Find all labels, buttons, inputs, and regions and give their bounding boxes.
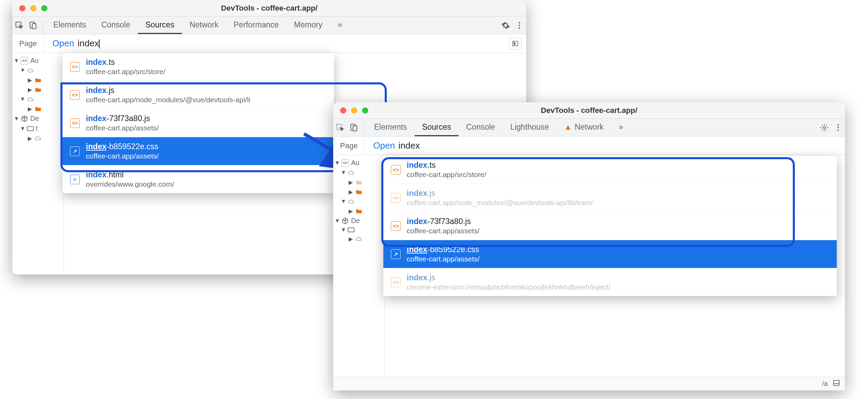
cloud-icon <box>34 134 42 142</box>
tree-label: De <box>30 115 39 122</box>
file-path: overrides/www.google.com/ <box>86 180 174 188</box>
status-text: /a <box>822 380 828 388</box>
svg-point-3 <box>519 22 520 23</box>
command-query: index <box>78 38 99 48</box>
frame-icon <box>27 126 34 131</box>
svg-rect-2 <box>32 23 36 28</box>
tree-label: Au <box>30 57 38 64</box>
settings-icon[interactable] <box>499 19 512 32</box>
cloud-icon <box>348 198 355 205</box>
cloud-icon <box>27 67 34 74</box>
folder-icon <box>355 178 363 186</box>
device-toggle-icon[interactable] <box>347 121 361 134</box>
script-file-icon: <> <box>391 193 401 203</box>
folder-icon <box>355 188 363 196</box>
tab-network[interactable]: Network <box>182 16 226 34</box>
dropdown-item[interactable]: ≡ index.html overrides/www.google.com/ <box>63 165 334 193</box>
tab-sources[interactable]: Sources <box>138 16 182 34</box>
tab-network[interactable]: ▲Network <box>556 119 611 136</box>
file-path: coffee-cart.app/assets/ <box>407 255 480 263</box>
code-icon: <> <box>21 57 28 64</box>
svg-rect-14 <box>834 380 839 386</box>
svg-point-12 <box>837 127 839 128</box>
dropdown-item-selected[interactable]: ↗ index-b859522e.css coffee-cart.app/ass… <box>63 137 334 165</box>
file-path: coffee-cart.app/node_modules/@vue/devtoo… <box>407 199 593 207</box>
frame-icon <box>348 227 354 232</box>
file-name: index.js <box>407 189 593 198</box>
folder-icon <box>34 76 42 84</box>
file-path: coffee-cart.app/assets/ <box>86 124 159 132</box>
file-tree[interactable]: ▼<>Au ▼ ▶ ▶ ▼ ▶ ▼De ▼t ▶ <box>12 53 64 274</box>
tabs-overflow[interactable]: » <box>611 119 631 136</box>
css-file-icon: ↗ <box>391 249 401 259</box>
tab-memory[interactable]: Memory <box>286 16 330 34</box>
kebab-menu-icon[interactable] <box>831 121 845 134</box>
command-menu[interactable]: Open index <box>365 140 420 151</box>
file-name: index.js <box>407 273 610 282</box>
tab-console[interactable]: Console <box>94 16 138 34</box>
window-title: DevTools - coffee-cart.app/ <box>333 106 845 115</box>
tree-label: De <box>351 217 360 225</box>
tree-label: Au <box>351 159 359 167</box>
file-name: index.ts <box>407 161 486 170</box>
svg-point-11 <box>837 124 839 126</box>
script-file-icon: <> <box>70 118 80 128</box>
dropdown-item-selected[interactable]: ↗ index-b859522e.css coffee-cart.app/ass… <box>383 240 837 268</box>
script-file-icon: <> <box>70 90 80 100</box>
file-path: coffee-cart.app/node_modules/@vue/devtoo… <box>86 96 250 104</box>
file-path: chrome-extension://eimadpbcbfnmbkopoojfe… <box>407 283 610 291</box>
cloud-icon <box>27 95 34 103</box>
script-file-icon: <> <box>391 278 401 287</box>
inspect-icon[interactable] <box>333 121 347 134</box>
file-path: coffee-cart.app/assets/ <box>86 152 159 160</box>
tab-elements[interactable]: Elements <box>367 119 415 136</box>
tab-lighthouse[interactable]: Lighthouse <box>503 119 557 136</box>
titlebar: DevTools - coffee-cart.app/ <box>333 102 845 119</box>
panel-tabs: Elements Sources Console Lighthouse ▲Net… <box>367 119 818 136</box>
dropdown-item[interactable]: <> index.ts coffee-cart.app/src/store/ <box>63 53 334 81</box>
window-title: DevTools - coffee-cart.app/ <box>12 4 526 13</box>
page-tab[interactable]: Page <box>12 34 44 52</box>
tab-elements[interactable]: Elements <box>46 16 94 34</box>
command-query: index <box>398 140 420 151</box>
svg-point-10 <box>823 126 826 129</box>
main-toolbar: Elements Console Sources Network Perform… <box>12 16 526 34</box>
cloud-icon <box>355 235 363 243</box>
file-name: index.js <box>86 86 250 95</box>
dropdown-item[interactable]: <> index.js coffee-cart.app/node_modules… <box>383 184 837 212</box>
tab-performance[interactable]: Performance <box>226 16 286 34</box>
dropdown-item[interactable]: <> index.js coffee-cart.app/node_modules… <box>63 81 334 109</box>
device-toggle-icon[interactable] <box>26 19 40 32</box>
cube-icon <box>21 115 28 122</box>
inspect-icon[interactable] <box>12 19 26 32</box>
titlebar: DevTools - coffee-cart.app/ <box>12 0 526 16</box>
cube-icon <box>341 217 349 225</box>
script-file-icon: <> <box>391 165 401 175</box>
toggle-sidebar-icon[interactable] <box>509 37 521 50</box>
dropdown-item[interactable]: <> index-73f73a80.js coffee-cart.app/ass… <box>383 212 837 240</box>
script-file-icon: <> <box>70 62 80 72</box>
dropdown-item[interactable]: <> index.js chrome-extension://eimadpbcb… <box>383 268 837 296</box>
tab-sources[interactable]: Sources <box>415 119 459 136</box>
main-toolbar: Elements Sources Console Lighthouse ▲Net… <box>333 119 845 137</box>
dropdown-item[interactable]: <> index-73f73a80.js coffee-cart.app/ass… <box>63 109 334 137</box>
command-menu[interactable]: Open index <box>44 38 100 49</box>
tabs-overflow[interactable]: » <box>330 16 350 34</box>
dropdown-item[interactable]: <> index.ts coffee-cart.app/src/store/ <box>383 156 837 184</box>
panel-toggle-icon[interactable] <box>833 379 840 388</box>
settings-icon[interactable] <box>818 121 831 134</box>
folder-icon <box>34 86 42 93</box>
kebab-menu-icon[interactable] <box>512 19 526 32</box>
file-name: index-b859522e.css <box>407 245 480 254</box>
svg-point-5 <box>519 27 520 28</box>
tree-label: t <box>36 125 38 132</box>
tab-console[interactable]: Console <box>459 119 503 136</box>
sources-subbar: Page Open index <box>333 137 845 155</box>
page-tab[interactable]: Page <box>333 137 365 155</box>
html-file-icon: ≡ <box>70 175 80 184</box>
file-name: index-73f73a80.js <box>407 217 480 226</box>
file-name: index.html <box>86 170 174 179</box>
file-tree[interactable]: ▼<>Au ▼ ▶ ▶ ▼ ▶ ▼De ▼ ▶ <box>333 155 385 390</box>
file-name: index-73f73a80.js <box>86 114 159 123</box>
folder-icon <box>34 105 42 113</box>
